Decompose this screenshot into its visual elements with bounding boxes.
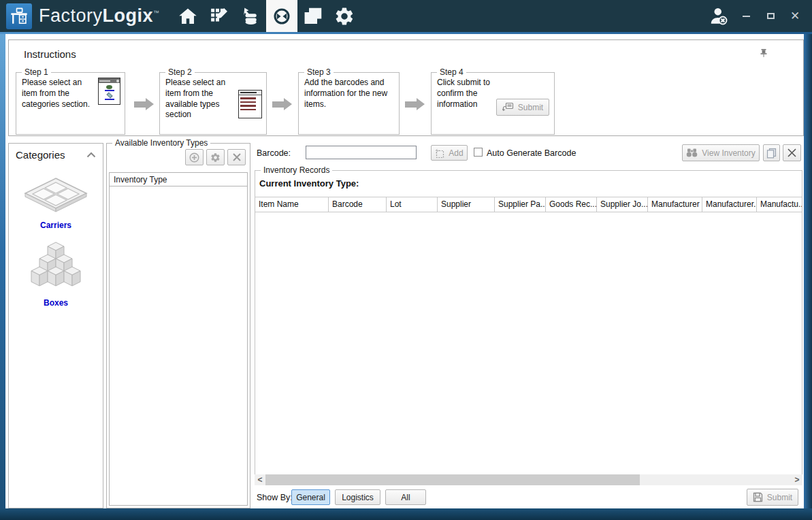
auto-generate-checkbox[interactable] bbox=[474, 148, 483, 157]
collapse-chevron-icon[interactable] bbox=[86, 152, 96, 158]
step-3-box: Step 3 Add the barcodes and information … bbox=[298, 72, 400, 135]
add-type-button[interactable] bbox=[185, 149, 204, 165]
show-by-logistics-button[interactable]: Logistics bbox=[335, 489, 380, 505]
inventory-records-panel: Inventory Records Current Inventory Type… bbox=[255, 170, 802, 474]
boxes-stack-icon bbox=[23, 240, 88, 295]
category-item-boxes[interactable]: Boxes bbox=[9, 240, 103, 308]
step-3-label: Step 3 bbox=[304, 67, 334, 77]
factorylogix-window: FactoryLogix™ bbox=[0, 0, 812, 520]
app-title: FactoryLogix™ bbox=[39, 5, 160, 27]
show-by-all-button[interactable]: All bbox=[385, 489, 426, 505]
step-3-text: Add the barcodes and information for the… bbox=[304, 78, 395, 110]
window-manager-icon[interactable] bbox=[297, 0, 329, 32]
add-dashed-icon bbox=[435, 148, 444, 158]
horizontal-scrollbar[interactable]: < > bbox=[255, 474, 802, 485]
add-barcode-button[interactable]: Add bbox=[431, 145, 468, 161]
step-1-text: Please select an item from the categorie… bbox=[22, 78, 95, 110]
delete-type-button[interactable] bbox=[227, 149, 246, 165]
types-thumbnail bbox=[238, 90, 262, 118]
delete-x-icon bbox=[232, 152, 242, 162]
submit-button-label: Submit bbox=[767, 493, 792, 502]
window-frame-left bbox=[0, 34, 5, 508]
categories-thumbnail bbox=[98, 78, 120, 105]
records-table-body bbox=[255, 212, 802, 474]
column-header-item-name[interactable]: Item Name bbox=[255, 197, 329, 212]
submit-button[interactable]: Submit bbox=[747, 489, 798, 506]
app-logo bbox=[6, 3, 32, 29]
records-table-header: Item Name Barcode Lot Supplier Supplier … bbox=[255, 197, 802, 212]
column-header-manufacturer-3[interactable]: Manufactu... bbox=[757, 197, 802, 212]
titlebar: FactoryLogix™ bbox=[0, 0, 812, 32]
save-floppy-icon bbox=[753, 492, 763, 502]
category-item-carriers[interactable]: Carriers bbox=[9, 177, 103, 230]
category-label-carriers: Carriers bbox=[9, 221, 103, 230]
column-header-supplier-part[interactable]: Supplier Pa... bbox=[495, 197, 546, 212]
barcode-label: Barcode: bbox=[257, 148, 291, 158]
configure-type-button[interactable] bbox=[206, 149, 225, 165]
step-1-box: Step 1 Please select an item from the ca… bbox=[16, 72, 125, 135]
column-header-manufacturer-2[interactable]: Manufacturer... bbox=[702, 197, 757, 212]
step-2-box: Step 2 Please select an item from the av… bbox=[159, 72, 267, 135]
inventory-records-title: Inventory Records bbox=[261, 165, 332, 175]
category-label-boxes: Boxes bbox=[9, 298, 103, 308]
flow-arrow-icon bbox=[405, 98, 425, 110]
available-types-panel: Available Inventory Types Inventory Type bbox=[106, 143, 250, 508]
data-entry-icon[interactable] bbox=[204, 0, 235, 32]
column-header-lot[interactable]: Lot bbox=[387, 197, 438, 212]
user-logout-icon[interactable] bbox=[709, 6, 729, 27]
column-header-supplier-job[interactable]: Supplier Jo... bbox=[597, 197, 648, 212]
view-inventory-button[interactable]: View Inventory bbox=[682, 144, 760, 161]
step-2-label: Step 2 bbox=[165, 67, 195, 77]
carrier-tray-icon bbox=[23, 177, 88, 218]
maximize-button[interactable] bbox=[763, 9, 778, 24]
add-button-label: Add bbox=[449, 148, 463, 158]
home-icon[interactable] bbox=[172, 0, 204, 32]
step-2-text: Please select an item from the available… bbox=[165, 78, 236, 120]
column-header-manufacturer[interactable]: Manufacturer bbox=[648, 197, 702, 212]
flow-arrow-icon bbox=[134, 98, 154, 110]
inventory-type-column-header[interactable]: Inventory Type bbox=[110, 173, 247, 186]
instructions-title: Instructions bbox=[24, 48, 76, 60]
material-receiving-icon[interactable] bbox=[235, 0, 266, 32]
titlebar-accent-line bbox=[0, 32, 812, 34]
categories-panel: Categories Carriers bbox=[8, 143, 103, 508]
close-button[interactable]: ✕ bbox=[787, 9, 802, 24]
column-header-supplier[interactable]: Supplier bbox=[438, 197, 495, 212]
copy-record-button[interactable] bbox=[763, 144, 780, 161]
clear-button[interactable] bbox=[783, 144, 801, 161]
step-1-label: Step 1 bbox=[22, 67, 51, 77]
add-circle-icon bbox=[189, 152, 199, 163]
submit-message-icon bbox=[502, 102, 514, 113]
minimize-icon bbox=[743, 16, 750, 17]
minimize-button[interactable] bbox=[738, 9, 753, 24]
maximize-icon bbox=[767, 13, 775, 19]
close-x-icon bbox=[787, 148, 797, 158]
view-inventory-label: View Inventory bbox=[702, 148, 756, 158]
titlebar-right: ✕ bbox=[709, 0, 802, 32]
show-by-general-button[interactable]: General bbox=[291, 489, 330, 505]
step-submit-button[interactable]: Submit bbox=[496, 99, 549, 116]
column-header-barcode[interactable]: Barcode bbox=[329, 197, 387, 212]
close-icon: ✕ bbox=[790, 10, 800, 22]
scroll-left-icon[interactable]: < bbox=[255, 474, 265, 485]
main-nav bbox=[172, 0, 360, 32]
scrollbar-track[interactable] bbox=[265, 474, 792, 485]
window-frame-right bbox=[804, 34, 812, 508]
workbench-logo-icon bbox=[10, 7, 29, 26]
step-4-box: Step 4 Click submit to confirm the infor… bbox=[431, 72, 555, 135]
material-transfer-icon[interactable] bbox=[266, 0, 297, 32]
binoculars-icon bbox=[686, 148, 698, 158]
column-header-goods-received[interactable]: Goods Rec... bbox=[546, 197, 597, 212]
window-frame-bottom bbox=[0, 508, 812, 520]
show-by-label: Show By: bbox=[257, 493, 293, 502]
inventory-type-list: Inventory Type bbox=[109, 172, 248, 506]
pin-icon[interactable] bbox=[760, 48, 768, 58]
scrollbar-thumb[interactable] bbox=[265, 474, 640, 485]
settings-gear-icon[interactable] bbox=[329, 0, 360, 32]
copy-icon bbox=[766, 148, 777, 159]
barcode-input[interactable] bbox=[306, 146, 417, 159]
categories-title: Categories bbox=[16, 149, 65, 161]
available-types-title: Available Inventory Types bbox=[112, 138, 210, 148]
scroll-right-icon[interactable]: > bbox=[792, 474, 802, 485]
configure-gear-icon bbox=[210, 152, 221, 163]
